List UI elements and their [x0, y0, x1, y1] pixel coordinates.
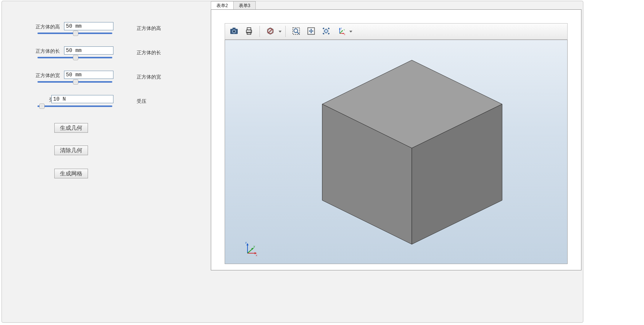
- left-panel: 正方体的高 正方体的高 正方体的长 正方体的长 正方体的宽 正方体的宽 受压: [2, 1, 210, 322]
- input-force[interactable]: [51, 95, 113, 103]
- no-selection-button[interactable]: [264, 25, 277, 38]
- svg-point-3: [233, 30, 235, 33]
- printer-icon: [244, 27, 253, 37]
- zoom-box-icon: [292, 27, 301, 37]
- param-row-force: 受压 受压: [36, 95, 208, 116]
- selection-mode-dropdown[interactable]: [264, 25, 282, 38]
- param-row-height: 正方体的高 正方体的高: [36, 22, 208, 43]
- axis-label-y: y: [253, 245, 255, 248]
- tab-form3[interactable]: 表单3: [233, 1, 256, 9]
- slider-force-thumb[interactable]: [39, 104, 45, 109]
- input-length[interactable]: [64, 46, 113, 55]
- label-length-right: 正方体的长: [137, 49, 161, 56]
- slider-length-thumb[interactable]: [73, 55, 78, 60]
- viewport-3d[interactable]: z y x: [225, 40, 568, 264]
- graphics-frame: Z Y X: [211, 9, 581, 270]
- chevron-down-icon[interactable]: [349, 31, 352, 33]
- label-width-right: 正方体的宽: [137, 74, 161, 80]
- slider-force-track[interactable]: [37, 105, 112, 107]
- input-height[interactable]: [64, 22, 113, 30]
- chevron-down-icon[interactable]: [279, 31, 282, 33]
- label-height: 正方体的高: [36, 24, 60, 30]
- axis-label-z: z: [245, 241, 247, 244]
- svg-rect-5: [247, 28, 251, 30]
- tab-form2[interactable]: 表单2: [211, 1, 234, 9]
- svg-rect-1: [233, 28, 236, 29]
- slider-width-thumb[interactable]: [73, 79, 78, 85]
- view-orientation-button[interactable]: Z Y X: [334, 25, 348, 38]
- param-row-width: 正方体的宽 正方体的宽: [36, 71, 208, 91]
- input-width[interactable]: [64, 71, 113, 79]
- axis-label-x: x: [256, 254, 257, 257]
- cube-render: [225, 40, 567, 264]
- zoom-selected-button[interactable]: [319, 25, 333, 38]
- slider-height-thumb[interactable]: [73, 31, 78, 36]
- print-button[interactable]: [242, 25, 256, 38]
- label-width: 正方体的宽: [36, 72, 60, 79]
- zoom-select-icon: [322, 27, 331, 37]
- zoom-box-button[interactable]: [289, 25, 303, 38]
- axis-triad: z y x: [242, 240, 259, 257]
- toolbar-separator: [259, 26, 260, 37]
- svg-rect-6: [247, 32, 251, 34]
- svg-text:X: X: [344, 33, 345, 36]
- svg-point-12: [294, 29, 298, 33]
- snapshot-button[interactable]: [227, 25, 241, 38]
- svg-text:Z: Z: [340, 27, 342, 30]
- app-frame: 正方体的高 正方体的高 正方体的长 正方体的长 正方体的宽 正方体的宽 受压: [1, 1, 583, 323]
- zoom-extents-icon: [307, 27, 316, 37]
- axes-icon: Z Y X: [337, 27, 346, 37]
- label-length: 正方体的长: [36, 48, 60, 55]
- tab-bar: 表单2 表单3: [211, 1, 255, 9]
- view-orientation-dropdown[interactable]: Z Y X: [334, 25, 352, 38]
- svg-rect-15: [324, 29, 328, 33]
- label-height-right: 正方体的高: [137, 25, 161, 32]
- svg-point-7: [250, 31, 251, 31]
- toolbar-separator: [285, 26, 286, 37]
- param-row-length: 正方体的长 正方体的长: [36, 46, 208, 67]
- svg-line-13: [297, 32, 299, 34]
- no-select-icon: [266, 27, 275, 37]
- graphics-toolbar: Z Y X: [225, 23, 568, 40]
- zoom-extents-button[interactable]: [304, 25, 318, 38]
- generate-mesh-button[interactable]: 生成网格: [54, 169, 88, 178]
- clear-geometry-button[interactable]: 清除几何: [54, 145, 88, 155]
- camera-icon: [230, 27, 239, 37]
- label-force-right: 受压: [137, 98, 146, 105]
- svg-text:Y: Y: [343, 29, 345, 31]
- generate-geometry-button[interactable]: 生成几何: [54, 123, 88, 133]
